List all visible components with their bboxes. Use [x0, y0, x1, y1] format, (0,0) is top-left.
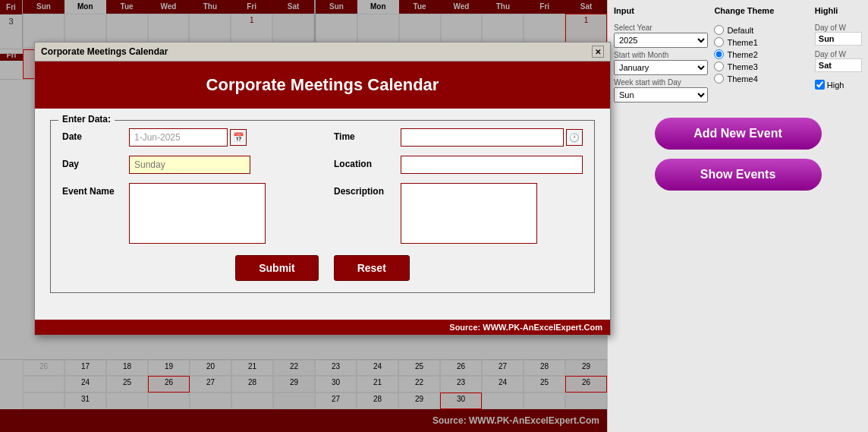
description-label: Description	[334, 183, 395, 197]
high-checkbox[interactable]	[815, 80, 825, 90]
fieldset-legend: Enter Data:	[58, 114, 115, 125]
add-new-event-button[interactable]: Add New Event	[655, 118, 822, 150]
day-row: Day	[62, 156, 311, 174]
day-label: Day	[62, 156, 123, 169]
buttons-area: Add New Event Show Events	[614, 118, 862, 191]
right-panel: Input Change Theme Highli Select Year 20…	[607, 0, 868, 432]
day-of-w2-label: Day of W	[815, 50, 862, 58]
event-name-label: Event Name	[62, 183, 123, 197]
radio-theme3[interactable]	[714, 61, 724, 71]
enter-data-fieldset: Enter Data: Date 📅 Time	[50, 120, 595, 293]
modal-dialog: Corporate Meetings Calendar ✕ Corporate …	[34, 42, 611, 336]
theme-3[interactable]: Theme3	[714, 61, 808, 71]
modal-footer: Source: WWW.PK-AnExcelExpert.Com	[35, 320, 610, 335]
reset-button[interactable]: Reset	[334, 255, 410, 281]
location-label: Location	[334, 156, 395, 169]
description-textarea[interactable]	[401, 183, 537, 244]
time-label: Time	[334, 128, 395, 142]
location-input[interactable]	[401, 156, 583, 174]
event-name-textarea[interactable]	[129, 183, 266, 244]
clock-icon[interactable]: 🕐	[566, 129, 583, 146]
radio-default[interactable]	[714, 25, 724, 35]
day-of-w2-value: Sat	[815, 58, 862, 72]
event-name-row: Event Name	[62, 183, 311, 244]
highlight-label: Highli	[815, 6, 862, 15]
month-select[interactable]: January	[614, 60, 708, 75]
theme-1[interactable]: Theme1	[714, 37, 808, 47]
select-year-label: Select Year	[614, 24, 708, 32]
modal-titlebar: Corporate Meetings Calendar ✕	[35, 43, 610, 61]
time-input-group: 🕐	[401, 128, 583, 147]
day-of-w-label: Day of W	[815, 24, 862, 32]
start-month-label: Start with Month	[614, 51, 708, 59]
input-label: Input	[614, 6, 708, 15]
date-input[interactable]	[129, 128, 228, 147]
year-select[interactable]: 2025	[614, 33, 708, 48]
show-events-button[interactable]: Show Events	[655, 159, 822, 191]
location-row: Location	[334, 156, 583, 174]
date-input-group: 📅	[129, 128, 311, 147]
modal-title-text: Corporate Meetings Calendar	[41, 46, 168, 57]
theme-4[interactable]: Theme4	[714, 74, 808, 84]
calendar-icon-btn[interactable]: 📅	[230, 129, 247, 146]
theme-default[interactable]: Default	[714, 25, 808, 35]
date-row: Date 📅	[62, 128, 311, 147]
bottom-buttons: Submit Reset	[62, 255, 583, 281]
day-input[interactable]	[129, 156, 250, 174]
radio-theme2[interactable]	[714, 49, 724, 59]
modal-header-band: Corporate Meetings Calendar	[35, 61, 610, 109]
date-label: Date	[62, 128, 123, 142]
high-text: High	[827, 80, 844, 90]
submit-button[interactable]: Submit	[235, 255, 318, 281]
modal-body: Enter Data: Date 📅 Time	[35, 109, 610, 320]
footer-text: Source: WWW.PK-AnExcelExpert.Com	[449, 323, 602, 332]
calendar-icon: 📅	[233, 132, 244, 143]
form-grid: Date 📅 Time 🕐	[62, 128, 583, 244]
time-input[interactable]	[401, 128, 564, 147]
radio-theme1[interactable]	[714, 37, 724, 47]
week-day-select[interactable]: Sun	[614, 87, 708, 102]
modal-header-text: Corporate Meetings Calendar	[206, 75, 439, 94]
week-start-label: Week start with Day	[614, 78, 708, 87]
time-row: Time 🕐	[334, 128, 583, 147]
modal-close-button[interactable]: ✕	[592, 46, 604, 58]
theme-2[interactable]: Theme2	[714, 49, 808, 59]
day-of-w-value: Sun	[815, 32, 862, 46]
description-row: Description	[334, 183, 583, 244]
change-theme-label: Change Theme	[714, 6, 808, 15]
radio-theme4[interactable]	[714, 74, 724, 84]
